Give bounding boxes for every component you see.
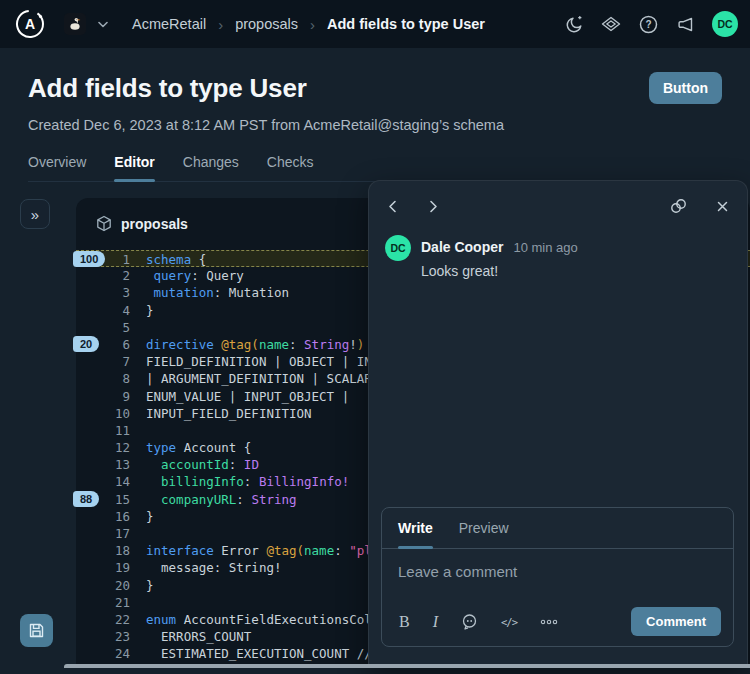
- comment-composer: WritePreview B I </>: [381, 507, 734, 647]
- comment-thread-panel: DC Dale Cooper 10 min ago Looks great! W…: [368, 180, 748, 668]
- breadcrumb-separator: ›: [218, 16, 223, 33]
- graphos-icon[interactable]: [601, 14, 621, 34]
- composer-tab-bar: WritePreview: [382, 508, 733, 549]
- comment-body: Looks great!: [421, 263, 578, 279]
- code-text: INPUT_FIELD_DEFINITION: [146, 405, 312, 422]
- page-title: Add fields to type User: [28, 73, 307, 104]
- line-number: 24: [76, 645, 130, 662]
- code-text: message: String!: [146, 559, 281, 576]
- svg-text:?: ?: [645, 19, 651, 30]
- top-bar: A AcmeRetail › proposals › Add fields to…: [0, 0, 750, 48]
- line-number: 11: [76, 422, 130, 439]
- topbar-actions: ? DC: [564, 11, 738, 37]
- header-action-button[interactable]: Button: [649, 72, 722, 104]
- floppy-disk-icon: [28, 622, 45, 639]
- code-text: companyURL: String: [146, 491, 297, 508]
- code-text: }: [146, 302, 154, 319]
- code-text: billingInfo: BillingInfo!: [146, 473, 349, 490]
- breadcrumb-separator: ›: [310, 16, 315, 33]
- expand-sidebar-button[interactable]: »: [20, 199, 50, 229]
- code-text: directive @tag(name: String!) r: [146, 336, 379, 353]
- moon-icon[interactable]: [564, 14, 584, 34]
- line-number: 20: [76, 577, 130, 594]
- code-text: ENUM_VALUE | INPUT_OBJECT |: [146, 388, 349, 405]
- line-number: 19: [76, 559, 130, 576]
- line-number: 14: [76, 473, 130, 490]
- bottom-edge-strip: [64, 664, 750, 668]
- line-number: 4: [76, 302, 130, 319]
- quote-icon[interactable]: [461, 613, 478, 630]
- megaphone-icon[interactable]: [675, 14, 695, 34]
- user-avatar[interactable]: DC: [712, 11, 738, 37]
- goose-icon[interactable]: [64, 13, 86, 35]
- line-number: 22: [76, 611, 130, 628]
- help-icon[interactable]: ?: [638, 14, 658, 34]
- comment: DC Dale Cooper 10 min ago Looks great!: [369, 224, 747, 279]
- code-icon[interactable]: </>: [501, 616, 517, 628]
- line-number: 16: [76, 508, 130, 525]
- line-number: 2: [76, 267, 130, 284]
- editor-panel-title: proposals: [121, 216, 188, 232]
- apollo-logo-icon[interactable]: A: [14, 8, 46, 40]
- breadcrumb-current: Add fields to type User: [327, 16, 485, 32]
- code-text: schema {: [146, 251, 206, 266]
- commenter-avatar: DC: [385, 235, 411, 261]
- tab-write[interactable]: Write: [398, 508, 433, 548]
- comment-count-badge[interactable]: 88: [73, 491, 99, 507]
- workspace: » proposals 1001schema {2 query: Query3 …: [0, 182, 750, 668]
- line-number: 18: [76, 542, 130, 559]
- created-subtitle: Created Dec 6, 2023 at 8:12 AM PST from …: [28, 117, 722, 133]
- line-number: 5: [76, 319, 130, 336]
- code-text: mutation: Mutation: [146, 284, 289, 301]
- previous-thread-button[interactable]: [386, 198, 399, 215]
- code-text: interface Error @tag(name: "pla: [146, 542, 379, 559]
- code-text: }: [146, 577, 154, 594]
- italic-icon[interactable]: I: [433, 613, 438, 631]
- line-number: 17: [76, 525, 130, 542]
- comment-timestamp: 10 min ago: [513, 240, 577, 255]
- code-text: FIELD_DEFINITION | OBJECT | INT: [146, 353, 379, 370]
- tab-bar: OverviewEditorChangesChecks: [28, 154, 722, 182]
- breadcrumb-proposals[interactable]: proposals: [235, 16, 298, 32]
- breadcrumb-org[interactable]: AcmeRetail: [132, 16, 206, 32]
- chevron-down-icon[interactable]: [98, 21, 108, 28]
- code-text: }: [146, 508, 154, 525]
- line-number: 7: [76, 353, 130, 370]
- next-thread-button[interactable]: [427, 198, 440, 215]
- tab-checks[interactable]: Checks: [267, 154, 314, 181]
- cube-icon: [96, 215, 112, 232]
- tab-editor[interactable]: Editor: [114, 154, 154, 181]
- line-number: 21: [76, 594, 130, 611]
- code-text: ESTIMATED_EXECUTION_COUNT //: [146, 645, 372, 662]
- more-icon[interactable]: [540, 618, 558, 626]
- line-number: 8: [76, 370, 130, 387]
- comment-input[interactable]: [382, 549, 733, 607]
- line-number: 12: [76, 439, 130, 456]
- line-number: 23: [76, 628, 130, 645]
- line-number: 9: [76, 388, 130, 405]
- composer-toolbar: B I </>: [382, 607, 733, 646]
- page-header: Add fields to type User Button Created D…: [0, 48, 750, 182]
- line-number: 3: [76, 284, 130, 301]
- code-text: | ARGUMENT_DEFINITION | SCALAR: [146, 370, 372, 387]
- breadcrumb: AcmeRetail › proposals › Add fields to t…: [132, 16, 485, 33]
- commenter-name: Dale Cooper: [421, 239, 503, 255]
- copy-link-icon[interactable]: [668, 196, 689, 216]
- comment-submit-button[interactable]: Comment: [631, 607, 721, 636]
- tab-preview[interactable]: Preview: [459, 508, 509, 548]
- tab-changes[interactable]: Changes: [183, 154, 239, 181]
- close-icon[interactable]: [715, 199, 730, 214]
- code-text: accountId: ID: [146, 456, 259, 473]
- code-text: enum AccountFieldExecutionsColu: [146, 611, 379, 628]
- comment-panel-header: [369, 181, 747, 224]
- code-text: type Account {: [146, 439, 251, 456]
- comment-count-badge[interactable]: 100: [73, 251, 105, 267]
- code-text: ERRORS_COUNT: [146, 628, 251, 645]
- save-button[interactable]: [20, 614, 53, 647]
- comment-count-badge[interactable]: 20: [73, 336, 99, 352]
- code-text: query: Query: [146, 267, 244, 284]
- bold-icon[interactable]: B: [399, 613, 410, 631]
- line-number: 13: [76, 456, 130, 473]
- tab-overview[interactable]: Overview: [28, 154, 86, 181]
- line-number: 10: [76, 405, 130, 422]
